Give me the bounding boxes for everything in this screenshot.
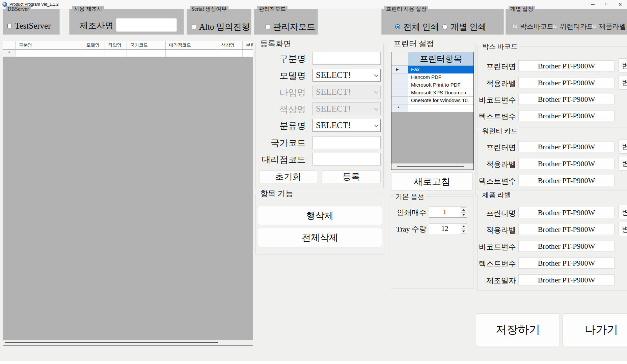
product-grid[interactable]: 구분명 모델명 타입명 국가코드 대리점코드 색상명 분류 *: [3, 41, 253, 346]
group-individual-settings-label: 개별 설정: [509, 6, 535, 12]
delete-row-button[interactable]: 행삭제: [258, 206, 382, 225]
printer-list-header: 프린터항목: [408, 52, 473, 66]
grid-column-header[interactable]: 구분명: [16, 41, 83, 50]
alto-random-checkbox-label: Alto 임의진행: [199, 21, 250, 32]
print-individual-radio[interactable]: [442, 24, 447, 29]
save-button[interactable]: 저장하기: [476, 313, 560, 346]
printer-list-horizontal-scrollbar[interactable]: [391, 163, 473, 170]
print-all-radio[interactable]: [395, 24, 400, 29]
printer-name-field: Brother PT-P900W: [518, 141, 615, 152]
box-barcode-checkbox[interactable]: [513, 24, 517, 29]
grid-cell[interactable]: [105, 50, 127, 57]
printer-list-item[interactable]: Hancom PDF: [391, 73, 473, 81]
grid-cell[interactable]: [83, 50, 105, 57]
admin-mode-checkbox-label: 관리자모드: [273, 21, 315, 32]
text-variable-label: 텍스트변수: [478, 176, 516, 186]
refresh-button[interactable]: 새로고침: [391, 172, 473, 191]
grid-new-row[interactable]: *: [3, 50, 253, 57]
grid-cell[interactable]: [16, 50, 83, 57]
printer-list-item[interactable]: Microsoft Print to PDF: [391, 81, 473, 89]
printer-name-label: 프린터명: [478, 143, 516, 153]
printer-name-field: Brother PT-P900W: [518, 60, 615, 71]
country-code-input[interactable]: [312, 136, 381, 149]
copies-spin-up-button[interactable]: [461, 207, 466, 212]
type-select-value: SELECT!: [316, 87, 351, 97]
change-button[interactable]: 변경: [618, 139, 627, 154]
testserver-checkbox[interactable]: [7, 24, 12, 28]
grid-column-header[interactable]: 국가코드: [127, 41, 166, 50]
register-field-label: 분류명: [256, 120, 306, 132]
model-select[interactable]: SELECT!: [312, 69, 381, 82]
group-individual-settings: 개별 설정 박스바코드 워런티카드 제품라벨: [506, 9, 627, 35]
model-select-value: SELECT!: [316, 70, 351, 80]
copies-value: 1: [429, 207, 460, 217]
arrow-down-icon: [462, 214, 465, 216]
printer-row-selector: ▶: [391, 66, 408, 73]
close-icon: ✕: [619, 2, 622, 7]
grid-cell[interactable]: [166, 50, 218, 57]
register-button[interactable]: 등록: [322, 170, 381, 183]
close-button[interactable]: ✕: [614, 0, 627, 9]
delete-all-button[interactable]: 전체삭제: [258, 228, 382, 247]
printer-list-item[interactable]: OneNote for Windows 10: [391, 97, 473, 104]
change-button[interactable]: 변경: [618, 222, 627, 236]
text-variable-field: Brother PT-P900W: [518, 257, 615, 269]
grid-scrollbar-thumb[interactable]: [5, 342, 218, 343]
change-button[interactable]: 변경: [618, 75, 627, 90]
product-label-checkbox[interactable]: [592, 24, 596, 29]
barcode-variable-label: 바코드변수: [478, 242, 516, 252]
alto-random-checkbox[interactable]: [192, 25, 196, 29]
grid-cell[interactable]: [218, 50, 243, 57]
printer-list-item[interactable]: Microsoft XPS Documen...: [391, 89, 473, 97]
maximize-button[interactable]: [600, 0, 613, 9]
printer-list-item[interactable]: ▶ Fax: [391, 66, 473, 73]
grid-column-header[interactable]: 타입명: [105, 41, 127, 50]
tray-spin-down-button[interactable]: [461, 229, 466, 234]
grid-column-header[interactable]: 모델명: [83, 41, 105, 50]
minimize-icon: [591, 4, 595, 5]
group-item-functions: 항목 기능 행삭제 전체삭제: [255, 194, 384, 254]
admin-mode-checkbox[interactable]: [266, 25, 270, 29]
exit-button[interactable]: 나가기: [563, 313, 627, 346]
agency-code-input[interactable]: [312, 153, 381, 165]
tray-quantity-spinner[interactable]: 12: [429, 223, 467, 234]
change-button[interactable]: 변경: [618, 58, 627, 73]
tray-spin-up-button[interactable]: [461, 224, 466, 229]
print-individual-radio-label: 개별 인쇄: [451, 21, 486, 32]
group-register-label: 등록화면: [258, 39, 293, 49]
classification-select[interactable]: SELECT!: [312, 119, 381, 132]
minimize-button[interactable]: [586, 0, 599, 9]
grid-cell[interactable]: [243, 50, 253, 57]
warranty-card-checkbox[interactable]: [552, 24, 557, 29]
printer-list[interactable]: 프린터항목 ▶ Fax Hancom PDF Microsoft Print t…: [391, 52, 474, 170]
change-button[interactable]: 변경: [618, 205, 627, 219]
register-field-label: 국가코드: [256, 137, 306, 149]
grid-cell[interactable]: [127, 50, 166, 57]
grid-column-header[interactable]: 대리점코드: [166, 41, 218, 50]
group-register: 등록화면 구분명 모델명 SELECT! 타입명 SELECT! 색상명 SEL…: [255, 44, 384, 188]
reset-button[interactable]: 초기화: [259, 170, 317, 183]
change-button[interactable]: 변경: [618, 156, 627, 171]
group-warranty-card: 워런티 카드 프린터명 Brother PT-P900W 변경 적용라벨 Bro…: [478, 131, 627, 190]
text-variable-label: 텍스트변수: [478, 259, 516, 269]
product-label-checkbox-label: 제품라벨: [599, 22, 626, 31]
register-field-label: 대리점코드: [256, 154, 306, 165]
group-admin-mode: 관리자모드 관리자모드: [254, 9, 318, 35]
copies-spin-down-button[interactable]: [461, 212, 466, 217]
chevron-down-icon: [374, 106, 379, 111]
applied-label-label: 적용라벨: [478, 79, 516, 89]
grid-row-selector-header: [3, 41, 16, 50]
group-box-barcode: 박스 바코드 프린터명 Brother PT-P900W 변경 적용라벨 Bro…: [478, 47, 627, 127]
print-all-radio-label: 전체 인쇄: [403, 21, 439, 32]
grid-column-header[interactable]: 분류: [243, 41, 253, 50]
grid-horizontal-scrollbar[interactable]: [3, 340, 253, 345]
printer-list-scrollbar-thumb[interactable]: [397, 166, 464, 167]
group-serial: Serial 생성여부 Alto 임의진행: [187, 9, 251, 35]
applied-label-field: Brother PT-P900W: [518, 77, 615, 88]
grid-column-header[interactable]: 색상명: [218, 41, 243, 50]
copies-spinner[interactable]: 1: [429, 207, 467, 218]
printer-list-new-row[interactable]: *: [391, 104, 473, 112]
category-name-input[interactable]: [312, 52, 381, 65]
group-manufacturer: 사용 제조사 제조사명: [69, 9, 184, 35]
manufacturer-input[interactable]: [116, 18, 177, 32]
